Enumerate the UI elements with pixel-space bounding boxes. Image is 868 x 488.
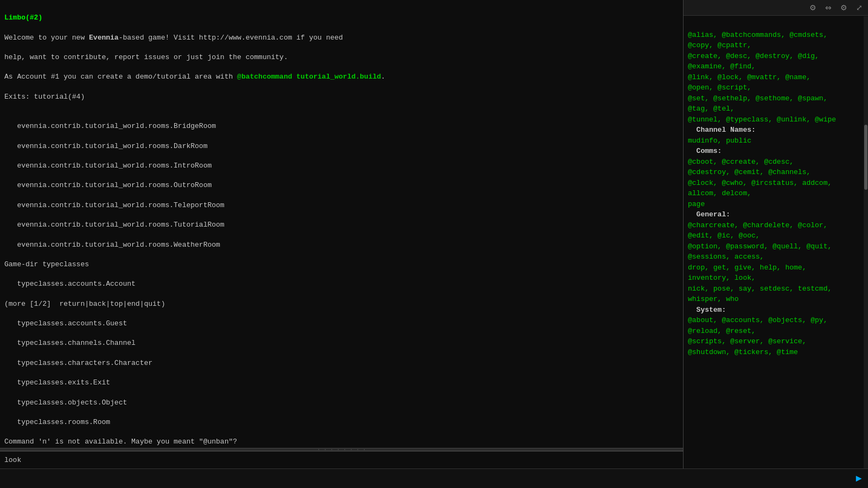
welcome-line2: help, want to contribute, report issues … <box>4 53 679 62</box>
more-prompt: (more [1/2] return|back|top|end|quit) <box>4 299 679 309</box>
room-tutorialroom: evennia.contrib.tutorial_world.rooms.Tut… <box>4 220 679 230</box>
right-content[interactable]: @alias, @batchcommands, @cmdsets, @copy,… <box>684 16 868 468</box>
typeclass-channel: typeclasses.channels.Channel <box>4 338 679 348</box>
left-panel: Limbo(#2) Welcome to your new Evennia-ba… <box>0 0 684 468</box>
room-bridgeroom: evennia.contrib.tutorial_world.rooms.Bri… <box>4 121 679 131</box>
scrollbar-thumb <box>864 125 867 190</box>
channel-names-content: mudinfo, public <box>688 137 751 145</box>
channel-names-header: Channel Names: <box>697 126 756 134</box>
input-area <box>0 451 683 468</box>
limbo-title: Limbo(#2) <box>4 13 679 23</box>
typeclass-exit: typeclasses.exits.Exit <box>4 378 679 388</box>
room-weatherroom: evennia.contrib.tutorial_world.rooms.Wea… <box>4 240 679 250</box>
welcome-line1: Welcome to your new Evennia-based game! … <box>4 33 679 43</box>
general-content: @charcreate, @chardelete, @color, @edit,… <box>688 221 832 304</box>
room-introroom: evennia.contrib.tutorial_world.rooms.Int… <box>4 161 679 171</box>
system-header: System: <box>697 306 726 314</box>
typeclass-character: typeclasses.characters.Character <box>4 358 679 368</box>
exits-line: Exits: tutorial(#4) <box>4 92 679 102</box>
room-outroroom: evennia.contrib.tutorial_world.rooms.Out… <box>4 181 679 190</box>
bottom-bar: ► <box>0 468 868 488</box>
gear-button[interactable]: ⚙ <box>838 2 850 13</box>
comms-content: @cboot, @ccreate, @cdesc, @cdestroy, @ce… <box>688 158 832 208</box>
settings-button[interactable]: ⚙ <box>807 2 819 13</box>
link-button[interactable]: ⇔ <box>823 2 834 13</box>
room-darkroom: evennia.contrib.tutorial_world.rooms.Dar… <box>4 142 679 151</box>
output-area[interactable]: Limbo(#2) Welcome to your new Evennia-ba… <box>0 0 683 448</box>
typeclass-guest: typeclasses.accounts.Guest <box>4 319 679 329</box>
typeclass-object: typeclasses.objects.Object <box>4 398 679 408</box>
expand-button[interactable]: ⤢ <box>854 2 865 13</box>
gamedir-header: Game-dir typeclasses <box>4 260 679 269</box>
right-top-commands: @alias, @batchcommands, @cmdsets, @copy,… <box>688 31 836 124</box>
main-container: Limbo(#2) Welcome to your new Evennia-ba… <box>0 0 868 468</box>
comms-header: Comms: <box>697 147 722 155</box>
typeclass-account: typeclasses.accounts.Account <box>4 279 679 289</box>
command-input[interactable] <box>4 456 679 464</box>
command-not-available: Command 'n' is not available. Maybe you … <box>4 437 679 447</box>
right-toolbar: ⚙ ⇔ ⚙ ⤢ <box>684 0 868 16</box>
room-teleportroom: evennia.contrib.tutorial_world.rooms.Tel… <box>4 201 679 210</box>
welcome-line3: As Account #1 you can create a demo/tuto… <box>4 72 679 82</box>
right-panel: ⚙ ⇔ ⚙ ⤢ @alias, @batchcommands, @cmdsets… <box>684 0 868 468</box>
system-content: @about, @accounts, @objects, @py, @reloa… <box>688 316 827 356</box>
send-button[interactable]: ► <box>854 473 864 484</box>
general-header: General: <box>697 210 730 219</box>
typeclass-room: typeclasses.rooms.Room <box>4 418 679 427</box>
right-scrollbar[interactable] <box>864 16 868 468</box>
